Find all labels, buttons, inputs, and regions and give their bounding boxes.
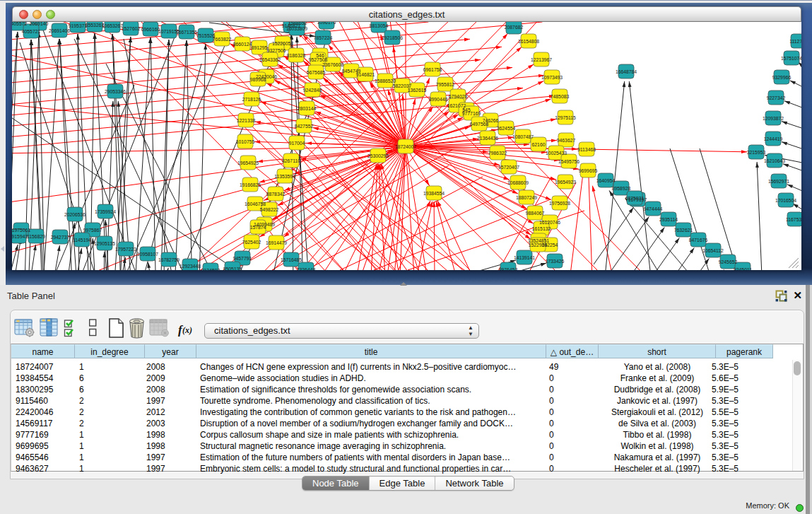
svg-text:8427552: 8427552 (295, 124, 314, 129)
svg-text:21364436: 21364436 (477, 136, 498, 141)
svg-text:29053346: 29053346 (105, 89, 126, 94)
svg-text:9242848: 9242848 (303, 88, 322, 93)
svg-text:4055721: 4055721 (22, 29, 41, 34)
svg-text:9195371: 9195371 (69, 23, 88, 28)
svg-text:19654925: 19654925 (237, 160, 259, 165)
svg-text:7625402: 7625402 (242, 240, 261, 245)
svg-text:9227342: 9227342 (767, 95, 786, 100)
svg-text:9527508: 9527508 (309, 57, 328, 62)
svg-text:16033809: 16033809 (286, 26, 307, 31)
svg-text:10653267: 10653267 (102, 23, 123, 28)
svg-text:16671355: 16671355 (176, 30, 197, 35)
svg-text:6794028: 6794028 (449, 94, 468, 99)
svg-text:15716485: 15716485 (281, 257, 302, 262)
svg-text:989968: 989968 (250, 77, 266, 82)
svg-text:9124502: 9124502 (201, 268, 220, 270)
svg-text:10025433: 10025433 (546, 151, 567, 156)
svg-text:19384554: 19384554 (423, 191, 445, 196)
svg-text:157874: 157874 (250, 225, 266, 230)
svg-text:1156829: 1156829 (27, 234, 45, 239)
svg-text:2942737: 2942737 (51, 235, 70, 240)
svg-text:2718126: 2718126 (242, 97, 261, 102)
svg-text:8878342: 8878342 (266, 192, 286, 197)
svg-text:6875931: 6875931 (625, 196, 645, 201)
svg-text:15226058: 15226058 (272, 41, 293, 46)
svg-text:1405572: 1405572 (12, 22, 27, 26)
svg-text:25300295: 25300295 (367, 153, 389, 158)
svg-text:917004: 917004 (289, 141, 305, 146)
svg-text:1244419: 1244419 (764, 136, 783, 141)
svg-text:20206536: 20206536 (64, 212, 86, 217)
svg-text:9329966: 9329966 (772, 75, 792, 80)
svg-text:14139141: 14139141 (514, 255, 535, 260)
svg-text:8958928: 8958928 (612, 186, 631, 191)
svg-text:16120746: 16120746 (539, 220, 560, 225)
svg-text:16648784: 16648784 (616, 69, 637, 74)
svg-text:8186328: 8186328 (287, 53, 306, 58)
svg-text:7485083: 7485083 (551, 94, 570, 99)
svg-text:15495756: 15495756 (558, 159, 579, 164)
svg-text:5498222: 5498222 (260, 207, 279, 212)
svg-text:9245011: 9245011 (734, 267, 752, 270)
svg-text:1640954: 1640954 (596, 178, 616, 183)
svg-text:17016504: 17016504 (775, 198, 796, 203)
svg-text:6961758: 6961758 (423, 67, 442, 72)
svg-text:10654112: 10654112 (702, 248, 724, 253)
svg-text:7986322: 7986322 (488, 151, 507, 156)
svg-text:1588652: 1588652 (288, 22, 307, 25)
svg-text:16046758: 16046758 (245, 201, 266, 206)
svg-text:9327506: 9327506 (267, 48, 286, 53)
svg-text:10973493: 10973493 (541, 75, 563, 80)
svg-text:1362615: 1362615 (408, 88, 427, 93)
svg-text:16210643: 16210643 (764, 158, 785, 163)
svg-text:12905135: 12905135 (94, 241, 115, 246)
svg-text:19756928: 19756928 (549, 201, 570, 206)
svg-text:9975867: 9975867 (83, 228, 102, 233)
svg-text:15751074: 15751074 (781, 56, 801, 61)
svg-text:15692971: 15692971 (768, 179, 789, 184)
svg-text:10807487: 10807487 (512, 134, 534, 139)
svg-text:2803144: 2803144 (298, 106, 317, 111)
svg-text:6497568: 6497568 (470, 122, 489, 127)
svg-text:8976453: 8976453 (499, 267, 518, 270)
svg-text:62160: 62160 (532, 142, 546, 147)
svg-text:6966160: 6966160 (141, 27, 160, 32)
svg-text:10688609: 10688609 (507, 180, 529, 185)
svg-text:3624554: 3624554 (497, 126, 516, 131)
svg-text:10958107: 10958107 (137, 252, 158, 257)
svg-text:9777169: 9777169 (462, 111, 481, 116)
svg-text:1522954: 1522954 (529, 243, 548, 247)
svg-text:12213967: 12213967 (531, 57, 552, 62)
svg-text:7663822: 7663822 (213, 37, 232, 42)
svg-text:8505135: 8505135 (223, 267, 242, 270)
svg-text:9245652: 9245652 (719, 259, 738, 264)
svg-text:7632621: 7632621 (674, 228, 693, 233)
svg-text:18807249: 18807249 (516, 195, 537, 200)
svg-text:20691406: 20691406 (49, 28, 70, 33)
svg-text:8813054: 8813054 (370, 23, 389, 28)
svg-text:9146821: 9146821 (356, 72, 375, 77)
svg-text:1733426: 1733426 (546, 259, 565, 264)
svg-text:19166825: 19166825 (240, 182, 261, 187)
svg-text:7955812: 7955812 (436, 82, 455, 87)
svg-text:17359924: 17359924 (95, 209, 116, 214)
svg-text:16543362: 16543362 (259, 57, 281, 62)
svg-text:19654923: 19654923 (555, 180, 576, 185)
svg-text:1145194: 1145194 (73, 238, 91, 243)
svg-text:15886520: 15886520 (375, 78, 396, 83)
svg-text:891295: 891295 (252, 45, 268, 50)
svg-text:19218506: 19218506 (382, 35, 403, 40)
svg-text:12975115: 12975115 (555, 115, 576, 120)
svg-text:2935114: 2935114 (659, 217, 678, 222)
svg-text:8267110: 8267110 (282, 158, 300, 163)
svg-text:11353594: 11353594 (274, 174, 295, 179)
svg-text:9457791: 9457791 (233, 256, 252, 261)
svg-text:9463627: 9463627 (557, 138, 576, 143)
svg-text:12093872: 12093872 (763, 116, 784, 121)
svg-text:1096176: 1096176 (317, 22, 336, 25)
svg-text:16782759: 16782759 (158, 257, 180, 262)
svg-text:9884067: 9884067 (526, 211, 545, 216)
svg-text:1112744: 1112744 (789, 39, 801, 44)
svg-text:1010755: 1010755 (236, 139, 255, 144)
svg-text:15720407: 15720407 (498, 165, 519, 170)
